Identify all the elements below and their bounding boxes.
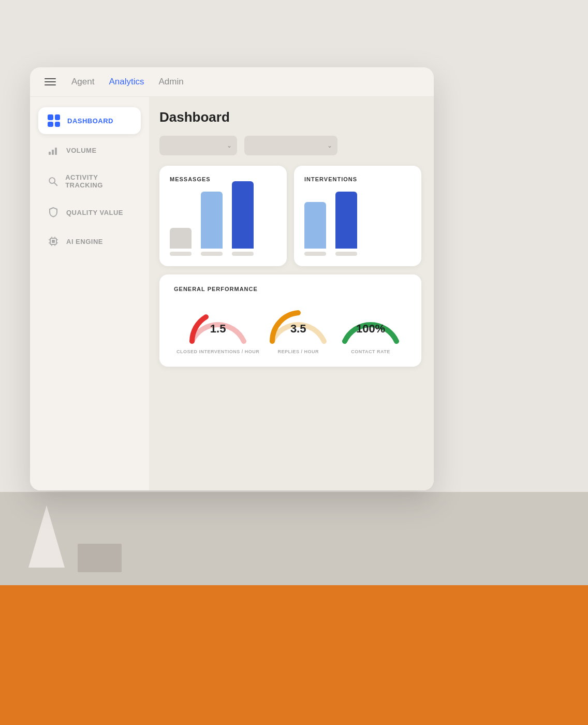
gauge-label-contact-rate: CONTACT RATE <box>351 349 390 354</box>
gauge-svg-contact-rate: 100% <box>337 302 404 344</box>
gauge-value-interventions: 1.5 <box>210 322 226 336</box>
int-bar-label-2 <box>335 252 357 256</box>
bar-1 <box>170 228 192 249</box>
content-area: Dashboard ⌄ ⌄ MESSASGES <box>149 97 434 490</box>
tab-admin[interactable]: Admin <box>158 77 183 87</box>
filter-wrapper-2: ⌄ <box>244 136 337 155</box>
page-title: Dashboard <box>159 109 421 125</box>
filter-wrapper-1: ⌄ <box>159 136 237 155</box>
performance-title: GENERAL PERFORMANCE <box>174 286 407 292</box>
bar-2 <box>201 192 223 249</box>
filter-dropdown-2[interactable] <box>244 136 337 155</box>
cpu-icon <box>48 236 59 247</box>
filter-dropdown-1[interactable] <box>159 136 237 155</box>
shield-icon <box>48 207 59 218</box>
gauge-svg-replies: 3.5 <box>264 302 332 344</box>
bar-group-1 <box>170 228 192 256</box>
interventions-chart-card: INTERVENTIONS <box>294 166 421 266</box>
gauges-row: 1.5 CLOSED INTERVENTIONS / HOUR <box>174 302 407 354</box>
int-bar-1 <box>304 202 326 249</box>
performance-card: GENERAL PERFORMANCE 1.5 <box>159 274 421 367</box>
sidebar-item-ai-engine[interactable]: AI ENGINE <box>38 228 141 254</box>
main-layout: DASHBOARD VOLUME ACTIVITY TRACKING <box>30 97 434 490</box>
bar-3 <box>232 181 254 249</box>
gauge-svg-interventions: 1.5 <box>184 302 252 344</box>
int-bar-2 <box>335 192 357 249</box>
svg-rect-3 <box>55 148 57 155</box>
nav-tabs: Agent Analytics Admin <box>71 77 184 87</box>
search-icon <box>48 176 58 187</box>
svg-rect-7 <box>52 240 55 243</box>
interventions-bar-chart <box>304 191 411 258</box>
nav-bar: Agent Analytics Admin <box>30 67 434 97</box>
bar-group-2 <box>201 192 223 256</box>
gauge-value-contact-rate: 100% <box>356 322 385 336</box>
svg-rect-1 <box>49 152 51 155</box>
sidebar-label-dashboard: DASHBOARD <box>67 117 113 125</box>
page-title-row: Dashboard <box>159 109 421 125</box>
int-bar-group-2 <box>335 192 357 256</box>
sidebar-item-dashboard[interactable]: DASHBOARD <box>38 107 141 134</box>
int-bar-label-1 <box>304 252 326 256</box>
hamburger-menu[interactable] <box>45 78 56 85</box>
app-card: Agent Analytics Admin DASHBOARD VOLUME <box>30 67 434 490</box>
messages-bar-chart <box>170 191 276 258</box>
gauge-value-replies: 3.5 <box>290 322 306 336</box>
filters-row: ⌄ ⌄ <box>159 136 421 155</box>
bar-group-3 <box>232 181 254 256</box>
charts-row: MESSASGES <box>159 166 421 266</box>
sidebar-item-activity-tracking[interactable]: ACTIVITY TRACKING <box>38 166 141 196</box>
svg-line-5 <box>54 183 57 185</box>
sidebar-item-volume[interactable]: VOLUME <box>38 137 141 163</box>
svg-marker-0 <box>28 505 65 568</box>
sidebar-label-quality: QUALITY VALUE <box>66 209 123 216</box>
gauge-label-replies: REPLIES / HOUR <box>277 349 319 354</box>
sidebar-label-volume: VOLUME <box>66 147 97 154</box>
dashboard-icon <box>48 114 60 127</box>
messages-chart-title: MESSASGES <box>170 176 276 182</box>
sidebar-label-activity: ACTIVITY TRACKING <box>65 173 131 189</box>
bar-label-2 <box>201 252 223 256</box>
bar-label-3 <box>232 252 254 256</box>
sidebar: DASHBOARD VOLUME ACTIVITY TRACKING <box>30 97 149 490</box>
tab-analytics[interactable]: Analytics <box>109 77 144 87</box>
tab-agent[interactable]: Agent <box>71 77 94 87</box>
int-bar-group-1 <box>304 202 326 256</box>
interventions-chart-title: INTERVENTIONS <box>304 176 411 182</box>
gauge-item-contact-rate: 100% CONTACT RATE <box>337 302 404 354</box>
gauge-item-interventions: 1.5 CLOSED INTERVENTIONS / HOUR <box>177 302 259 354</box>
gauge-label-interventions: CLOSED INTERVENTIONS / HOUR <box>177 349 259 354</box>
volume-icon <box>48 144 59 156</box>
sidebar-item-quality-value[interactable]: QUALITY VALUE <box>38 199 141 225</box>
gauge-item-replies: 3.5 REPLIES / HOUR <box>264 302 332 354</box>
messages-chart-card: MESSASGES <box>159 166 287 266</box>
sidebar-label-ai: AI ENGINE <box>66 238 103 245</box>
bar-label-1 <box>170 252 192 256</box>
svg-rect-2 <box>52 150 54 155</box>
